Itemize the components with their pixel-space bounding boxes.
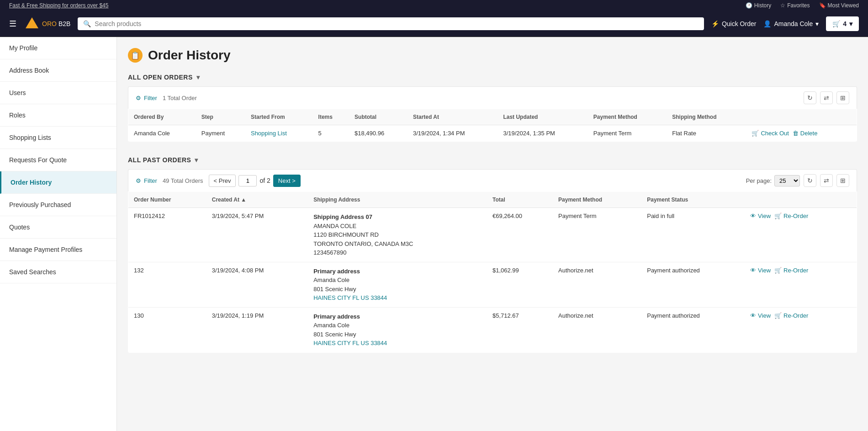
eye-icon-2: 👁 [750, 267, 756, 274]
open-orders-columns-button[interactable]: ⊞ [836, 91, 849, 104]
cart-chevron-icon: ▾ [849, 20, 852, 27]
eye-icon-3: 👁 [750, 312, 756, 319]
open-orders-col-started-from: Started From [245, 109, 313, 125]
past-shipping-address-2: Primary address Amanda Cole 801 Scenic H… [308, 262, 487, 307]
past-orders-chevron-icon[interactable]: ▾ [195, 156, 198, 164]
open-orders-refresh-button[interactable]: ↻ [804, 91, 816, 104]
open-order-ordered-by: Amanda Cole [128, 125, 196, 142]
past-payment-status-3: Payment authorized [641, 307, 745, 352]
open-order-started-at: 3/19/2024, 1:34 PM [408, 125, 498, 142]
sidebar-item-my-profile[interactable]: My Profile [0, 37, 116, 59]
user-menu[interactable]: 👤 Amanda Cole ▾ [763, 20, 819, 27]
open-orders-table: Ordered By Step Started From Items Subto… [128, 109, 857, 142]
shipping-promo[interactable]: Fast & Free Shipping for orders over $45 [9, 2, 108, 9]
header-actions: ⚡ Quick Order 👤 Amanda Cole ▾ 🛒 4 ▾ [711, 16, 859, 31]
past-col-total: Total [487, 192, 553, 208]
view-button-2[interactable]: 👁 View [750, 267, 771, 274]
past-total-1: €69,264.00 [487, 208, 553, 262]
sidebar-item-previously-purchased[interactable]: Previously Purchased [0, 194, 116, 216]
sidebar-item-order-history[interactable]: Order History [0, 171, 116, 194]
past-col-created-at[interactable]: Created At ▲ [206, 192, 308, 208]
open-orders-col-shipping-method: Shipping Method [667, 109, 746, 125]
page-input[interactable] [238, 175, 257, 186]
open-orders-filter-button[interactable]: ⚙ Filter [136, 95, 157, 101]
sidebar-item-address-book[interactable]: Address Book [0, 59, 116, 82]
per-page-select[interactable]: 25 50 100 [774, 175, 800, 186]
checkout-button[interactable]: 🛒 Check Out [752, 130, 789, 137]
prev-page-button[interactable]: < Prev [209, 175, 236, 187]
past-order-number-3: 130 [128, 307, 206, 352]
search-input[interactable] [95, 20, 699, 27]
past-orders-settings-button[interactable]: ⇄ [820, 174, 833, 187]
sidebar-item-roles[interactable]: Roles [0, 104, 116, 127]
open-order-payment-method: Payment Term [588, 125, 667, 142]
cart-reorder-icon-3: 🛒 [774, 312, 782, 319]
view-button-3[interactable]: 👁 View [750, 312, 771, 319]
main-content: 📋 Order History ALL OPEN ORDERS ▾ ⚙ Filt… [117, 37, 868, 431]
open-order-last-updated: 3/19/2024, 1:35 PM [498, 125, 587, 142]
order-icon: 📋 [131, 51, 140, 60]
past-orders-columns-button[interactable]: ⊞ [836, 174, 849, 187]
header: ☰ OROB2B 🔍 ⚡ Quick Order 👤 Amanda Cole ▾… [0, 11, 868, 37]
city-link-3[interactable]: HAINES CITY FL US 33844 [313, 340, 387, 346]
chevron-down-icon: ▾ [815, 20, 819, 27]
past-created-at-2: 3/19/2024, 4:08 PM [206, 262, 308, 307]
table-row: 132 3/19/2024, 4:08 PM Primary address A… [128, 262, 857, 307]
past-payment-status-2: Payment authorized [641, 262, 745, 307]
open-orders-col-ordered-by: Ordered By [128, 109, 196, 125]
open-order-row: Amanda Cole Payment Shopping List 5 $18,… [128, 125, 857, 142]
main-layout: My Profile Address Book Users Roles Shop… [0, 37, 868, 431]
city-link-2[interactable]: HAINES CITY FL US 33844 [313, 294, 387, 301]
past-total-2: $1,062.99 [487, 262, 553, 307]
sidebar-item-shopping-lists[interactable]: Shopping Lists [0, 127, 116, 149]
past-payment-status-1: Paid in full [641, 208, 745, 262]
sidebar-item-quotes[interactable]: Quotes [0, 216, 116, 239]
next-page-button[interactable]: Next > [273, 175, 301, 187]
open-order-step: Payment [196, 125, 245, 142]
sidebar-item-saved-searches[interactable]: Saved Searches [0, 261, 116, 283]
past-payment-method-3: Authorize.net [553, 307, 641, 352]
past-actions-1: 👁 View 🛒 Re-Order [745, 208, 857, 262]
page-title-icon: 📋 [128, 48, 143, 63]
reorder-button-1[interactable]: 🛒 Re-Order [774, 213, 808, 219]
past-orders-toolbar: ⚙ Filter 49 Total Orders < Prev of 2 Nex… [128, 169, 857, 192]
menu-toggle[interactable]: ☰ [9, 19, 16, 29]
past-payment-method-1: Payment Term [553, 208, 641, 262]
cart-reorder-icon-2: 🛒 [774, 267, 782, 274]
per-page-selector: Per page: 25 50 100 [746, 175, 800, 186]
reorder-button-2[interactable]: 🛒 Re-Order [774, 267, 808, 274]
reorder-button-3[interactable]: 🛒 Re-Order [774, 312, 808, 319]
open-order-actions: 🛒 Check Out 🗑 Delete [746, 125, 857, 142]
cart-button[interactable]: 🛒 4 ▾ [826, 16, 859, 31]
cart-icon: 🛒 [832, 20, 840, 27]
past-col-shipping-address: Shipping Address [308, 192, 487, 208]
past-actions-3: 👁 View 🛒 Re-Order [745, 307, 857, 352]
cart-reorder-icon: 🛒 [774, 213, 782, 219]
open-orders-settings-button[interactable]: ⇄ [820, 91, 833, 104]
past-col-order-number: Order Number [128, 192, 206, 208]
shopping-list-link[interactable]: Shopping List [251, 130, 287, 137]
clock-icon: 🕐 [746, 2, 752, 9]
logo[interactable]: OROB2B [24, 16, 70, 32]
most-viewed-link[interactable]: 🔖 Most Viewed [819, 2, 859, 9]
open-orders-chevron-icon[interactable]: ▾ [196, 74, 200, 81]
top-banner: Fast & Free Shipping for orders over $45… [0, 0, 868, 11]
open-orders-toolbar: ⚙ Filter 1 Total Order ↻ ⇄ ⊞ [128, 86, 857, 109]
search-bar: 🔍 [78, 17, 704, 30]
quick-order-button[interactable]: ⚡ Quick Order [711, 20, 756, 27]
open-orders-col-step: Step [196, 109, 245, 125]
sidebar-item-users[interactable]: Users [0, 82, 116, 104]
past-orders-filter-button[interactable]: ⚙ Filter [136, 177, 157, 184]
sidebar-item-manage-payment-profiles[interactable]: Manage Payment Profiles [0, 239, 116, 261]
open-order-subtotal: $18,490.96 [349, 125, 408, 142]
delete-button[interactable]: 🗑 Delete [793, 130, 818, 137]
history-link[interactable]: 🕐 History [746, 2, 771, 9]
favorites-link[interactable]: ☆ Favorites [780, 2, 810, 9]
page-title-section: 📋 Order History [128, 48, 857, 63]
sidebar: My Profile Address Book Users Roles Shop… [0, 37, 117, 431]
past-col-payment-status: Payment Status [641, 192, 745, 208]
view-button-1[interactable]: 👁 View [750, 213, 771, 219]
past-orders-refresh-button[interactable]: ↻ [804, 174, 816, 187]
bookmark-icon: 🔖 [819, 2, 826, 9]
sidebar-item-requests-for-quote[interactable]: Requests For Quote [0, 149, 116, 171]
